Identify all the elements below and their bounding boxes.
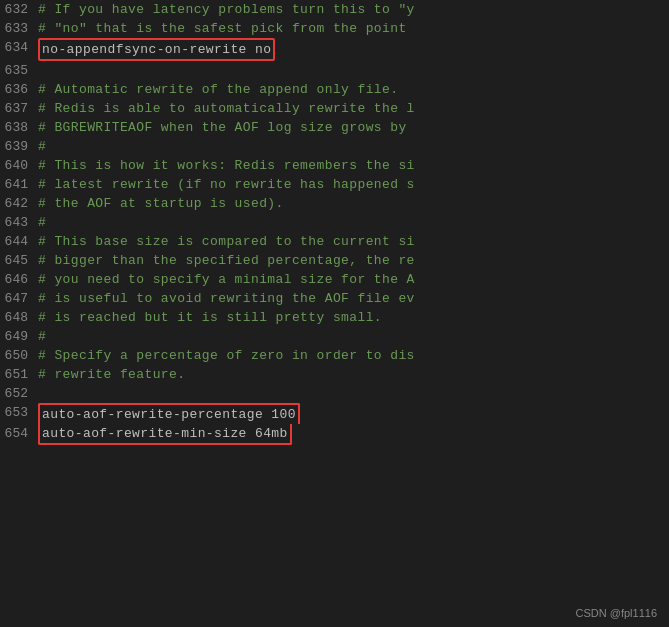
line-number: 646 (0, 270, 38, 289)
code-line: 632# If you have latency problems turn t… (0, 0, 669, 19)
code-line: 635 (0, 61, 669, 80)
code-line: 648# is reached but it is still pretty s… (0, 308, 669, 327)
line-content: # bigger than the specified percentage, … (38, 251, 415, 270)
code-line: 645# bigger than the specified percentag… (0, 251, 669, 270)
line-number: 653 (0, 403, 38, 422)
line-content: # BGREWRITEAOF when the AOF log size gro… (38, 118, 407, 137)
highlighted-box-single: no-appendfsync-on-rewrite no (38, 38, 275, 61)
line-number: 642 (0, 194, 38, 213)
code-line: 650# Specify a percentage of zero in ord… (0, 346, 669, 365)
line-number: 651 (0, 365, 38, 384)
line-content: # This is how it works: Redis remembers … (38, 156, 415, 175)
line-number: 644 (0, 232, 38, 251)
line-number: 645 (0, 251, 38, 270)
line-number: 640 (0, 156, 38, 175)
highlighted-code: no-appendfsync-on-rewrite no (38, 38, 275, 61)
line-number: 636 (0, 80, 38, 99)
line-number: 641 (0, 175, 38, 194)
code-line: 651# rewrite feature. (0, 365, 669, 384)
line-content: # (38, 213, 46, 232)
code-container: 632# If you have latency problems turn t… (0, 0, 669, 627)
code-line: 652 (0, 384, 669, 403)
line-content: # (38, 327, 46, 346)
code-line: 647# is useful to avoid rewriting the AO… (0, 289, 669, 308)
line-number: 637 (0, 99, 38, 118)
code-line: 633# "no" that is the safest pick from t… (0, 19, 669, 38)
code-line (0, 445, 669, 464)
line-number: 638 (0, 118, 38, 137)
watermark: CSDN @fpl1116 (576, 607, 657, 619)
code-line: 649# (0, 327, 669, 346)
code-line: 653auto-aof-rewrite-percentage 100 (0, 403, 669, 424)
line-content: # Redis is able to automatically rewrite… (38, 99, 415, 118)
line-number: 643 (0, 213, 38, 232)
code-line: 646# you need to specify a minimal size … (0, 270, 669, 289)
line-content: # rewrite feature. (38, 365, 185, 384)
line-number: 647 (0, 289, 38, 308)
line-number: 634 (0, 38, 38, 57)
line-number: 648 (0, 308, 38, 327)
line-number: 635 (0, 61, 38, 80)
line-number: 654 (0, 424, 38, 443)
line-number: 639 (0, 137, 38, 156)
code-line: 639# (0, 137, 669, 156)
line-content: auto-aof-rewrite-percentage 100 (38, 403, 300, 424)
line-number: 633 (0, 19, 38, 38)
line-number: 649 (0, 327, 38, 346)
line-content: # you need to specify a minimal size for… (38, 270, 415, 289)
code-line: 642# the AOF at startup is used). (0, 194, 669, 213)
line-content: # the AOF at startup is used). (38, 194, 284, 213)
line-content: # "no" that is the safest pick from the … (38, 19, 407, 38)
line-content: # Automatic rewrite of the append only f… (38, 80, 398, 99)
line-number: 650 (0, 346, 38, 365)
line-content: # Specify a percentage of zero in order … (38, 346, 415, 365)
line-number: 632 (0, 0, 38, 19)
line-content: auto-aof-rewrite-min-size 64mb (38, 424, 292, 445)
code-line: 636# Automatic rewrite of the append onl… (0, 80, 669, 99)
line-content: # is reached but it is still pretty smal… (38, 308, 382, 327)
code-line: 640# This is how it works: Redis remembe… (0, 156, 669, 175)
code-line: 634no-appendfsync-on-rewrite no (0, 38, 669, 61)
code-line: 654auto-aof-rewrite-min-size 64mb (0, 424, 669, 445)
code-line: 643# (0, 213, 669, 232)
line-content: no-appendfsync-on-rewrite no (42, 42, 271, 57)
line-number: 652 (0, 384, 38, 403)
line-content: # (38, 137, 46, 156)
line-content: # This base size is compared to the curr… (38, 232, 415, 251)
code-line: 641# latest rewrite (if no rewrite has h… (0, 175, 669, 194)
code-line: 637# Redis is able to automatically rewr… (0, 99, 669, 118)
line-content: # If you have latency problems turn this… (38, 0, 415, 19)
code-line: 644# This base size is compared to the c… (0, 232, 669, 251)
code-line: 638# BGREWRITEAOF when the AOF log size … (0, 118, 669, 137)
line-content: # is useful to avoid rewriting the AOF f… (38, 289, 415, 308)
line-content: # latest rewrite (if no rewrite has happ… (38, 175, 415, 194)
